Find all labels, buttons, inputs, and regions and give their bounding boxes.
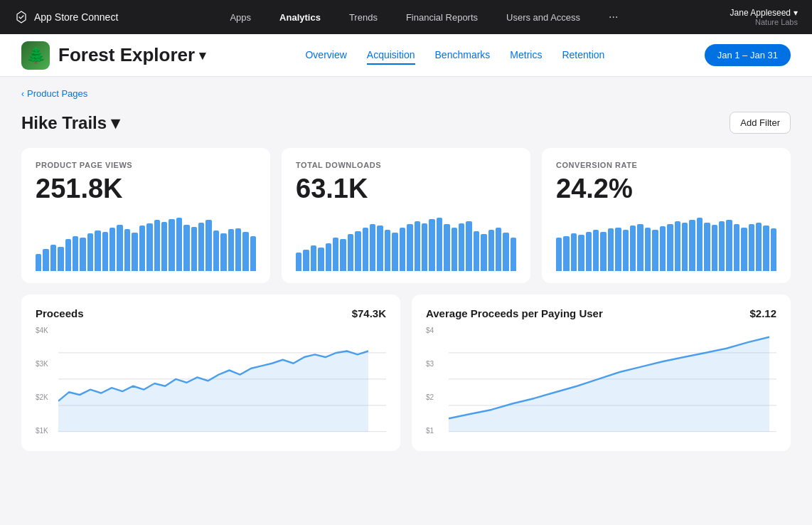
tab-acquisition[interactable]: Acquisition (367, 46, 415, 65)
bar (124, 229, 130, 271)
line-chart-card[interactable]: Proceeds$74.3K$4K$3K$2K$1K (21, 295, 400, 451)
metric-cards: PRODUCT PAGE VIEWS251.8KTOTAL DOWNLOADS6… (21, 148, 791, 283)
metric-label: PRODUCT PAGE VIEWS (36, 161, 256, 169)
bar (213, 230, 219, 271)
bottom-charts: Proceeds$74.3K$4K$3K$2K$1KAverage Procee… (21, 295, 791, 451)
top-nav-links: Apps Analytics Trends Financial Reports … (230, 9, 618, 26)
svg-marker-9 (449, 337, 769, 432)
bar (348, 234, 353, 271)
tab-retention[interactable]: Retention (562, 46, 604, 65)
bar (496, 228, 501, 271)
page-title-button[interactable]: Hike Trails ▾ (21, 113, 119, 133)
bar (161, 222, 167, 271)
bar (697, 218, 703, 271)
nav-more-button[interactable]: ··· (609, 11, 618, 23)
bar (58, 247, 63, 271)
bar (571, 233, 577, 271)
app-tabs: Overview Acquisition Benchmarks Metrics … (305, 46, 604, 65)
bar (637, 224, 643, 271)
bar (586, 232, 592, 271)
bar (198, 223, 204, 271)
bar (734, 224, 739, 271)
bar (645, 228, 651, 271)
bar (503, 233, 508, 271)
date-range-button[interactable]: Jan 1 – Jan 31 (705, 44, 791, 66)
bar (250, 236, 256, 271)
bar (235, 228, 241, 271)
y-axis-label: $2K (36, 393, 48, 401)
page-title-text: Hike Trails (21, 113, 107, 133)
tab-benchmarks[interactable]: Benchmarks (435, 46, 491, 65)
chart-total-value: $2.12 (749, 307, 776, 319)
brand-logo-area[interactable]: App Store Connect (14, 10, 118, 24)
breadcrumb[interactable]: ‹ Product Pages (21, 88, 791, 99)
y-axis-label: $3K (36, 360, 48, 368)
chart-header: Proceeds$74.3K (36, 307, 386, 319)
bar (132, 233, 137, 271)
chart-svg-wrap (449, 327, 776, 440)
bar (407, 224, 412, 271)
bar (675, 221, 680, 271)
bar (452, 228, 457, 271)
metric-card[interactable]: PRODUCT PAGE VIEWS251.8K (21, 148, 270, 283)
metric-card[interactable]: CONVERSION RATE24.2% (542, 148, 791, 283)
y-axis-label: $1 (426, 427, 434, 435)
bar (326, 243, 331, 271)
bar (36, 254, 41, 271)
bar (318, 248, 324, 271)
bar (220, 233, 226, 271)
bar (333, 238, 338, 271)
tab-metrics[interactable]: Metrics (510, 46, 542, 65)
bar (726, 220, 732, 271)
bar (615, 228, 621, 271)
main-content: ‹ Product Pages Hike Trails ▾ Add Filter… (0, 77, 812, 472)
nav-apps[interactable]: Apps (230, 9, 251, 26)
bar (756, 223, 762, 271)
bar (556, 238, 562, 271)
nav-trends[interactable]: Trends (349, 9, 378, 26)
bar (578, 235, 584, 271)
app-header: 🌲 Forest Explorer ▾ Overview Acquisition… (0, 34, 812, 77)
bar (444, 224, 449, 271)
bar (511, 238, 516, 271)
bar (652, 230, 658, 271)
bar-chart (556, 214, 776, 271)
chart-header: Average Proceeds per Paying User$2.12 (426, 307, 776, 319)
bar (377, 226, 383, 271)
bar (355, 231, 360, 271)
bar (205, 220, 211, 271)
bar (117, 225, 122, 271)
nav-users[interactable]: Users and Access (506, 9, 580, 26)
metric-card[interactable]: TOTAL DOWNLOADS63.1K (282, 148, 530, 283)
bar (296, 253, 301, 271)
bar (169, 219, 174, 271)
bar (488, 230, 494, 271)
app-name-button[interactable]: Forest Explorer ▾ (58, 44, 205, 66)
bar (87, 233, 93, 271)
bar (43, 249, 48, 271)
bar (183, 225, 189, 271)
chart-title: Proceeds (36, 307, 84, 319)
top-nav: App Store Connect Apps Analytics Trends … (0, 0, 812, 34)
metric-label: TOTAL DOWNLOADS (296, 161, 516, 169)
add-filter-button[interactable]: Add Filter (730, 112, 791, 134)
user-area[interactable]: Jane Appleseed ▾ Nature Labs (730, 8, 798, 26)
user-org: Nature Labs (755, 18, 798, 26)
line-chart-area: $4K$3K$2K$1K (36, 327, 386, 440)
bar (363, 228, 368, 271)
bar-chart (296, 214, 516, 271)
nav-financial[interactable]: Financial Reports (406, 9, 478, 26)
bar (749, 224, 754, 271)
bar (400, 228, 405, 271)
bar (154, 220, 160, 271)
asc-logo-icon (14, 10, 28, 24)
app-name-chevron-icon: ▾ (199, 48, 205, 63)
line-chart-card[interactable]: Average Proceeds per Paying User$2.12$4$… (412, 295, 791, 451)
bar (311, 245, 316, 271)
bar (704, 223, 710, 271)
user-name[interactable]: Jane Appleseed ▾ (730, 8, 798, 18)
nav-analytics[interactable]: Analytics (279, 9, 321, 26)
line-chart-area: $4$3$2$1 (426, 327, 776, 440)
bar (689, 220, 695, 271)
tab-overview[interactable]: Overview (305, 46, 346, 65)
